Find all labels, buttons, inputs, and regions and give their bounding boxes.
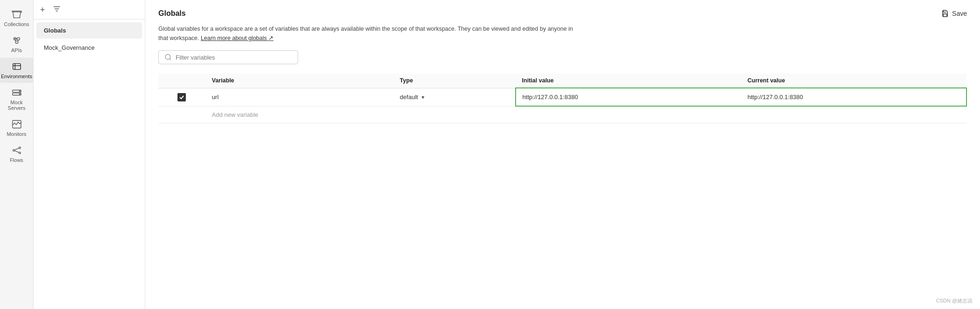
env-list-item-mock-governance[interactable]: Mock_Governance: [36, 40, 142, 56]
search-icon: [164, 54, 172, 61]
sidebar-item-environments[interactable]: Environments: [0, 58, 33, 83]
type-dropdown-icon[interactable]: ▾: [422, 94, 424, 101]
col-header-initial-value: Initial value: [516, 74, 741, 88]
sidebar-item-flows[interactable]: Flows: [0, 141, 33, 167]
filter-variables-input[interactable]: [176, 54, 292, 61]
col-header-variable: Variable: [205, 74, 393, 88]
add-variable-cell[interactable]: Add new variable: [205, 106, 966, 123]
sidebar-label-collections: Collections: [4, 21, 29, 27]
add-environment-button[interactable]: +: [38, 5, 47, 15]
svg-point-12: [19, 94, 20, 94]
svg-point-11: [19, 91, 20, 92]
save-label: Save: [952, 10, 967, 17]
watermark: CSDN @姥志说: [936, 297, 973, 304]
main-content: Globals Save Global variables for a work…: [145, 0, 980, 309]
current-value-cell[interactable]: http://127.0.0.1:8380: [741, 88, 966, 106]
svg-point-16: [19, 152, 20, 154]
col-header-current-value: Current value: [741, 74, 966, 88]
env-list-item-globals[interactable]: Globals: [36, 22, 142, 39]
col-header-checkbox: [158, 74, 205, 88]
env-panel: + Globals Mock_Governance: [34, 0, 145, 309]
filter-icon: [53, 5, 61, 13]
variable-name-cell[interactable]: url: [205, 88, 393, 106]
sidebar-label-apis: APIs: [11, 47, 22, 53]
collections-icon: [12, 9, 22, 20]
variable-checkbox[interactable]: [177, 93, 186, 101]
table-header-row: Variable Type Initial value Current valu…: [158, 74, 966, 88]
svg-line-5: [15, 40, 16, 41]
environments-icon: [12, 61, 22, 72]
variables-table: Variable Type Initial value Current valu…: [158, 74, 967, 123]
learn-more-link[interactable]: Learn more about globals ↗: [201, 35, 273, 41]
svg-point-22: [165, 54, 170, 60]
svg-rect-6: [13, 64, 20, 70]
save-icon: [941, 9, 949, 18]
sidebar-item-collections[interactable]: Collections: [0, 6, 33, 31]
initial-value-cell[interactable]: http://127.0.0.1:8380: [516, 88, 741, 106]
add-row-checkbox: [158, 106, 205, 123]
svg-line-18: [14, 151, 19, 153]
add-variable-placeholder: Add new variable: [212, 111, 259, 118]
svg-line-23: [170, 59, 171, 60]
sidebar-item-monitors[interactable]: Monitors: [0, 115, 33, 141]
sidebar-label-environments: Environments: [1, 74, 32, 79]
col-header-type: Type: [393, 74, 515, 88]
variable-type-cell[interactable]: default ▾: [393, 88, 515, 106]
page-title: Globals: [158, 9, 186, 18]
checkmark-icon: [179, 94, 184, 100]
env-panel-toolbar: +: [34, 0, 145, 20]
svg-point-15: [19, 147, 20, 149]
mock-servers-icon: [12, 87, 22, 98]
save-button[interactable]: Save: [941, 9, 967, 18]
svg-point-1: [17, 38, 19, 40]
svg-line-4: [17, 40, 18, 41]
sidebar-item-apis[interactable]: APIs: [0, 32, 33, 57]
filter-environment-button[interactable]: [51, 4, 63, 15]
apis-icon: [12, 35, 22, 46]
environment-list: Globals Mock_Governance: [34, 20, 145, 59]
sidebar-label-mock-servers: Mock Servers: [2, 100, 31, 111]
main-header: Globals Save: [158, 9, 967, 18]
description-text: Global variables for a workspace are a s…: [158, 24, 578, 43]
sidebar-item-mock-servers[interactable]: Mock Servers: [0, 84, 33, 114]
row-checkbox-cell: [158, 88, 205, 106]
svg-line-17: [14, 148, 19, 150]
monitors-icon: [12, 119, 22, 129]
table-row: url default ▾ http://127.0.0.1:8380 http…: [158, 88, 966, 106]
sidebar-label-monitors: Monitors: [7, 131, 26, 137]
sidebar-label-flows: Flows: [10, 157, 23, 163]
add-variable-row: Add new variable: [158, 106, 966, 123]
icon-sidebar: Collections APIs Environments Mock Serve: [0, 0, 34, 309]
filter-bar[interactable]: [158, 50, 298, 64]
svg-point-14: [13, 149, 14, 151]
flows-icon: [12, 145, 22, 155]
